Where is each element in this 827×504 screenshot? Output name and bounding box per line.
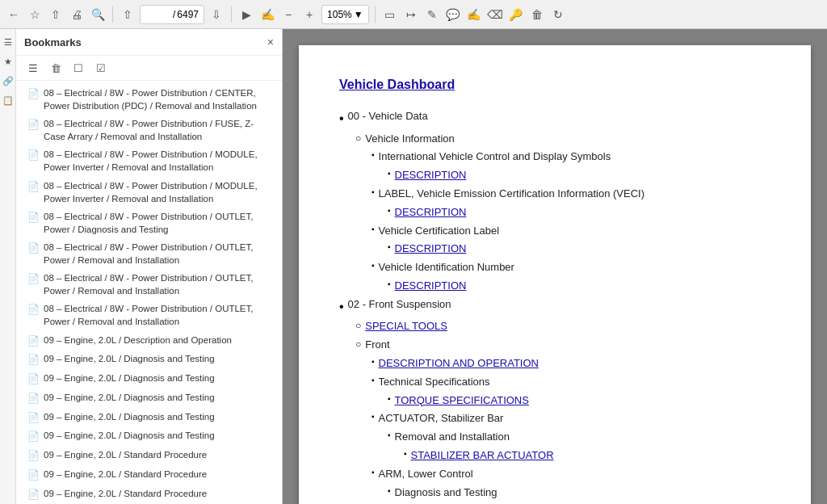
content-row: •02 - Front Suspension [339,296,770,317]
search-icon[interactable]: 🔍 [89,6,107,23]
left-strip: ☰ ★ 🔗 📋 [0,29,16,504]
content-link[interactable]: DESCRIPTION [395,204,467,221]
sidebar-tool-collapse[interactable]: ☑ [92,59,110,77]
bookmark-item[interactable]: 📄08 – Electrical / 8W - Power Distributi… [16,145,282,176]
left-strip-icon-1[interactable]: ☰ [2,36,15,48]
content-row: ▪Removal and Installation [339,429,770,446]
sidebar-close-button[interactable]: × [267,36,274,48]
sidebar-tool-expand[interactable]: ☐ [69,59,87,77]
bookmark-icon: 📄 [27,430,40,443]
content-link[interactable]: DESCRIPTION [395,241,467,258]
sidebar-tool-delete[interactable]: 🗑 [47,59,65,77]
bookmark-text: 09 – Engine, 2.0L / Diagnosis and Testin… [44,352,274,365]
left-strip-icon-4[interactable]: 📋 [2,94,15,107]
bookmark-icon: 📄 [27,303,40,317]
stamp-icon[interactable]: 🔑 [507,6,525,23]
bookmark-item[interactable]: 📄09 – Engine, 2.0L / Diagnosis and Testi… [16,388,282,408]
bullet-icon: ▪ [388,393,391,405]
content-link[interactable]: DESCRIPTION AND OPERATION [379,355,539,372]
zoom-selector[interactable]: 105% ▼ [321,5,369,24]
bookmark-text: 09 – Engine, 2.0L / Standard Procedure [44,468,274,481]
bookmark-icon[interactable]: ☆ [26,6,44,23]
bookmark-item[interactable]: 📄09 – Engine, 2.0L / Standard Procedure [16,485,282,504]
bookmark-icon: 📄 [27,488,40,502]
bookmark-item[interactable]: 📄08 – Electrical / 8W - Power Distributi… [16,177,282,208]
upload-icon[interactable]: ⇧ [47,6,65,23]
content-row: •00 - Vehicle Data [339,108,770,129]
content-row: ▪International Vehicle Control and Displ… [339,149,770,166]
bookmark-item[interactable]: 📄08 – Electrical / 8W - Power Distributi… [16,115,282,145]
bookmark-item[interactable]: 📄08 – Electrical / 8W - Power Distributi… [16,300,282,330]
sidebar-content[interactable]: 📄08 – Electrical / 8W - Power Distributi… [16,81,282,504]
bookmark-text: 09 – Engine, 2.0L / Standard Procedure [44,448,274,461]
sidebar-tool-list[interactable]: ☰ [24,59,42,77]
bookmark-icon: 📄 [27,272,40,286]
content-link[interactable]: STABILIZER BAR ACTUATOR [411,447,554,464]
bookmark-icon: 📄 [27,353,40,367]
content-row: ▪LABEL, Vehicle Emission Certification I… [339,186,770,203]
zoom-out-icon[interactable]: − [279,6,297,23]
content-area[interactable]: Vehicle Dashboard •00 - Vehicle Data○Veh… [283,29,827,504]
content-text: Vehicle Identification Number [379,259,514,276]
bullet-icon: ○ [355,318,361,334]
content-link[interactable]: TORQUE SPECIFICATIONS [395,393,529,410]
content-text: Removal and Installation [395,429,510,446]
bullet-icon: • [339,108,344,129]
eraser-icon[interactable]: ⌫ [486,6,504,23]
fit-page-icon[interactable]: ▭ [381,6,399,23]
left-strip-icon-3[interactable]: 🔗 [2,74,15,87]
content-text: Vehicle Information [365,131,455,148]
bullet-icon: ▪ [372,259,375,272]
page-input[interactable]: 1 [145,9,171,20]
bookmark-icon: 📄 [27,411,40,425]
bookmark-item[interactable]: 📄08 – Electrical / 8W - Power Distributi… [16,238,282,269]
bullet-icon: ▪ [388,241,391,254]
down-icon[interactable]: ⇩ [208,6,225,23]
bookmark-item[interactable]: 📄09 – Engine, 2.0L / Standard Procedure [16,446,282,465]
comment-icon[interactable]: 💬 [444,6,462,23]
fit-width-icon[interactable]: ↦ [402,6,420,23]
zoom-in-icon[interactable]: + [300,6,318,23]
bullet-icon: ▪ [372,355,375,368]
bookmark-icon: 📄 [27,392,40,405]
content-link[interactable]: SPECIAL TOOLS [365,318,447,335]
pen-icon[interactable]: ✍ [465,6,483,23]
print-icon[interactable]: 🖨 [68,6,86,23]
up-icon[interactable]: ⇧ [119,6,136,23]
bookmark-item[interactable]: 📄09 – Engine, 2.0L / Diagnosis and Testi… [16,426,282,446]
bookmark-item[interactable]: 📄09 – Engine, 2.0L / Standard Procedure [16,465,282,485]
bookmark-item[interactable]: 📄08 – Electrical / 8W - Power Distributi… [16,269,282,300]
content-text: Front [365,337,389,354]
bullet-icon: ▪ [372,149,375,162]
content-row: ▪DESCRIPTION [339,204,770,221]
undo-icon[interactable]: ↻ [549,6,567,23]
page-total: 6497 [177,9,199,20]
bookmark-text: 08 – Electrical / 8W - Power Distributio… [44,179,274,205]
bookmark-icon: 📄 [27,242,40,255]
bookmark-item[interactable]: 📄09 – Engine, 2.0L / Diagnosis and Testi… [16,350,282,369]
bullet-icon: ▪ [388,204,391,217]
bookmark-item[interactable]: 📄09 – Engine, 2.0L / Diagnosis and Testi… [16,408,282,427]
bookmark-item[interactable]: 📄08 – Electrical / 8W - Power Distributi… [16,208,282,238]
left-strip-icon-2[interactable]: ★ [2,55,15,68]
content-text: Diagnosis and Testing [395,485,497,502]
bookmark-icon: 📄 [27,180,40,194]
content-row: ▪Vehicle Identification Number [339,259,770,276]
highlight-icon[interactable]: ✎ [423,6,441,23]
bullet-icon: ▪ [388,278,391,291]
sidebar: Bookmarks × ☰ 🗑 ☐ ☑ 📄08 – Electrical / 8… [16,29,283,504]
page-title[interactable]: Vehicle Dashboard [339,78,770,92]
back-icon[interactable]: ← [5,6,23,23]
cursor-icon[interactable]: ▶ [237,6,255,23]
bullet-icon: ▪ [372,374,375,387]
delete-icon[interactable]: 🗑 [528,6,546,23]
pdf-page: Vehicle Dashboard •00 - Vehicle Data○Veh… [299,45,811,504]
content-link[interactable]: DESCRIPTION [395,278,467,295]
page-nav[interactable]: 1 / 6497 [140,5,204,24]
bookmark-icon: 📄 [27,372,40,386]
bookmark-item[interactable]: 📄09 – Engine, 2.0L / Diagnosis and Testi… [16,369,282,388]
bookmark-item[interactable]: 📄08 – Electrical / 8W - Power Distributi… [16,84,282,115]
bookmark-item[interactable]: 📄09 – Engine, 2.0L / Description and Ope… [16,331,282,351]
content-link[interactable]: DESCRIPTION [395,167,467,184]
hand-icon[interactable]: ✍ [258,6,276,23]
